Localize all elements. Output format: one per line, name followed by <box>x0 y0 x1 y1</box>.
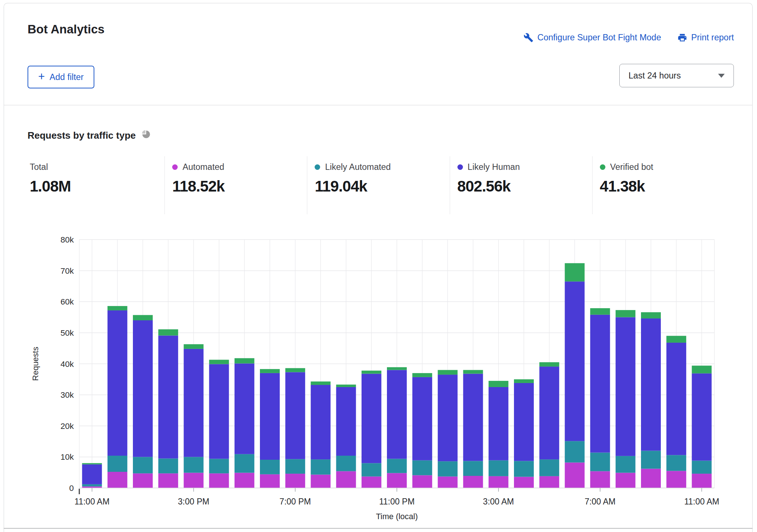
svg-text:11:00 AM: 11:00 AM <box>75 497 109 506</box>
stat-likely-automated-label: Likely Automated <box>325 162 391 172</box>
svg-text:7:00 PM: 7:00 PM <box>279 497 311 506</box>
stat-verified-bot: Verified bot 41.38k <box>592 156 735 214</box>
card-bottom-divider <box>4 528 753 529</box>
stat-label-row: Verified bot <box>600 162 735 172</box>
likely-human-dot-icon <box>457 164 463 170</box>
svg-text:40k: 40k <box>61 360 74 369</box>
stat-total-label: Total <box>30 162 48 172</box>
stat-label-row: Automated <box>172 162 307 172</box>
header-actions: Configure Super Bot Fight Mode Print rep… <box>524 33 734 43</box>
stat-verified-bot-value: 41.38k <box>600 178 735 195</box>
bot-analytics-card: Bot Analytics Configure Super Bot Fight … <box>4 3 753 532</box>
print-report-link[interactable]: Print report <box>677 33 734 43</box>
pie-chart-icon <box>141 130 151 141</box>
svg-text:7:00 AM: 7:00 AM <box>584 497 615 506</box>
page-title: Bot Analytics <box>28 22 105 36</box>
stat-total-value: 1.08M <box>30 178 164 195</box>
requests-by-traffic-type-chart[interactable]: 010k20k30k40k50k60k70k80k11:00 AM3:00 PM… <box>28 228 731 525</box>
stat-automated: Automated 118.52k <box>164 156 307 214</box>
add-filter-label: Add filter <box>50 72 84 82</box>
stat-likely-automated: Likely Automated 119.04k <box>307 156 449 214</box>
stat-likely-automated-value: 119.04k <box>315 178 449 195</box>
stat-likely-human-value: 802.56k <box>457 178 592 195</box>
svg-text:50k: 50k <box>61 328 74 338</box>
chevron-down-icon <box>718 74 725 78</box>
svg-text:0: 0 <box>69 484 74 493</box>
svg-text:3:00 PM: 3:00 PM <box>178 497 210 506</box>
likely-automated-dot-icon <box>315 164 320 170</box>
svg-text:60k: 60k <box>61 297 74 306</box>
svg-text:10k: 10k <box>61 452 74 462</box>
svg-text:11:00 PM: 11:00 PM <box>379 497 415 506</box>
printer-icon <box>677 33 687 43</box>
header-divider <box>4 105 752 105</box>
svg-text:70k: 70k <box>61 266 74 276</box>
configure-super-bot-fight-mode-link[interactable]: Configure Super Bot Fight Mode <box>524 33 661 43</box>
svg-text:20k: 20k <box>61 422 74 431</box>
svg-text:80k: 80k <box>61 235 74 244</box>
wrench-icon <box>524 33 533 43</box>
plus-icon: + <box>38 71 45 82</box>
stat-automated-value: 118.52k <box>172 178 307 195</box>
stat-automated-label: Automated <box>182 162 224 172</box>
svg-text:Time (local): Time (local) <box>376 512 418 521</box>
svg-text:30k: 30k <box>61 390 74 400</box>
configure-link-label: Configure Super Bot Fight Mode <box>537 33 661 43</box>
svg-text:3:00 AM: 3:00 AM <box>483 497 514 506</box>
section-title-label: Requests by traffic type <box>28 130 136 141</box>
time-range-dropdown[interactable]: Last 24 hours <box>619 64 734 87</box>
stat-total: Total 1.08M <box>28 156 164 214</box>
stat-likely-human-label: Likely Human <box>468 162 520 172</box>
stat-label-row: Total <box>30 162 164 172</box>
print-link-label: Print report <box>691 33 734 43</box>
automated-dot-icon <box>172 164 178 170</box>
section-title: Requests by traffic type <box>28 130 151 141</box>
stat-verified-bot-label: Verified bot <box>610 162 653 172</box>
svg-text:11:00 AM: 11:00 AM <box>684 497 719 506</box>
add-filter-button[interactable]: + Add filter <box>28 66 94 88</box>
verified-bot-dot-icon <box>600 164 605 170</box>
stat-label-row: Likely Human <box>457 162 592 172</box>
stat-likely-human: Likely Human 802.56k <box>450 156 592 214</box>
traffic-type-stats: Total 1.08M Automated 118.52k Likely Aut… <box>28 156 735 214</box>
svg-text:Requests: Requests <box>31 347 40 381</box>
time-range-value: Last 24 hours <box>629 71 681 81</box>
stat-label-row: Likely Automated <box>315 162 449 172</box>
